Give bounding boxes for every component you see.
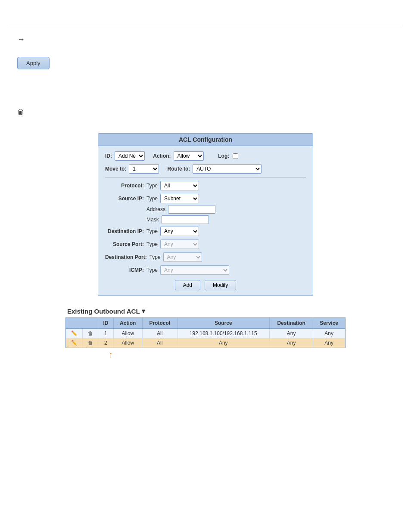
apply-button[interactable]: Apply <box>17 57 50 69</box>
acl-divider-1 <box>105 177 306 177</box>
outbound-title: Existing Outbound ACL ▾ <box>65 305 346 317</box>
protocol-type-select[interactable]: All TCP UDP ICMP <box>160 181 199 190</box>
col-header-action: Action <box>113 318 142 329</box>
source-ip-type-select[interactable]: Subnet Any Single <box>160 194 199 203</box>
row-id: 1 <box>98 329 114 339</box>
arrow-indicator: ↑ <box>65 348 346 360</box>
id-label: ID: <box>105 153 112 159</box>
outbound-table-wrapper: ID Action Protocol Source Destination Se… <box>65 317 346 348</box>
table-row: ✏️ 🗑 2 Allow All Any Any Any <box>66 338 345 348</box>
table-header-row: ID Action Protocol Source Destination Se… <box>66 318 345 329</box>
delete-icon-cell: 🗑 <box>83 338 98 348</box>
action-select[interactable]: Allow Deny <box>174 151 204 161</box>
col-header-destination: Destination <box>269 318 313 329</box>
dest-port-type-select[interactable]: Any <box>163 252 202 262</box>
source-port-type-label: Type <box>146 241 158 247</box>
source-ip-address-label: Address <box>146 206 165 212</box>
row-destination: Any <box>269 338 313 348</box>
modify-button[interactable]: Modify <box>205 280 236 290</box>
icmp-type-select[interactable]: Any <box>160 265 229 275</box>
col-header-protocol: Protocol <box>142 318 177 329</box>
dest-ip-type-label: Type <box>146 228 158 234</box>
outbound-section: Existing Outbound ACL ▾ ID Action Protoc… <box>65 305 346 360</box>
delete-icon[interactable]: 🗑 <box>88 330 93 336</box>
source-port-type-select[interactable]: Any <box>160 240 199 249</box>
arrow-section <box>0 26 411 53</box>
dest-port-row: Destination Port: Type Any <box>105 252 306 262</box>
acl-config-panel: ACL Configuration ID: Add New Action: Al… <box>98 133 313 296</box>
source-ip-address-input[interactable]: 192.168.1.100 <box>168 205 215 214</box>
protocol-label: Protocol: <box>105 183 144 189</box>
arrow-icon <box>17 35 25 44</box>
apply-section: Apply <box>0 53 411 82</box>
delete-icon-cell: 🗑 <box>83 329 98 339</box>
source-ip-mask-label: Mask <box>146 217 159 223</box>
dest-port-label: Destination Port: <box>105 254 147 260</box>
log-checkbox[interactable] <box>233 153 238 159</box>
dest-ip-label: Destination IP: <box>105 228 144 234</box>
source-ip-mask-input[interactable]: 192.168.1.115 <box>162 215 209 224</box>
dest-ip-type-select[interactable]: Any Subnet Single <box>160 227 199 236</box>
acl-config-body: ID: Add New Action: Allow Deny Log: Move… <box>98 146 313 296</box>
acl-id-row: ID: Add New Action: Allow Deny Log: <box>105 151 306 161</box>
row-source: 192.168.1.100/192.168.1.115 <box>177 329 269 339</box>
edit-icon-cell: ✏️ <box>66 329 83 339</box>
protocol-type-label: Type <box>146 183 158 189</box>
route-to-select[interactable]: AUTO <box>193 164 262 174</box>
source-ip-address-row: Address 192.168.1.100 <box>105 205 306 214</box>
add-button[interactable]: Add <box>175 280 200 290</box>
icmp-type-label: Type <box>146 267 158 273</box>
trash-icon: 🗑 <box>17 108 24 115</box>
log-label: Log: <box>218 153 229 159</box>
row-destination: Any <box>269 329 313 339</box>
move-to-label: Move to: <box>105 166 126 172</box>
action-label: Action: <box>153 153 171 159</box>
trash-section: 🗑 <box>0 82 411 124</box>
source-ip-label: Source IP: <box>105 196 144 202</box>
col-header-source: Source <box>177 318 269 329</box>
source-port-row: Source Port: Type Any <box>105 240 306 249</box>
dest-ip-row: Destination IP: Type Any Subnet Single <box>105 227 306 236</box>
row-action: Allow <box>113 329 142 339</box>
row-id: 2 <box>98 338 114 348</box>
acl-config-title: ACL Configuration <box>98 134 313 146</box>
source-ip-mask-row: Mask 192.168.1.115 <box>105 215 306 224</box>
id-select[interactable]: Add New <box>115 151 145 161</box>
acl-buttons: Add Modify <box>105 280 306 290</box>
table-row: ✏️ 🗑 1 Allow All 192.168.1.100/192.168.1… <box>66 329 345 339</box>
outbound-chevron-icon[interactable]: ▾ <box>142 307 145 315</box>
source-ip-block: Source IP: Type Subnet Any Single Addres… <box>105 194 306 224</box>
edit-icon-cell: ✏️ <box>66 338 83 348</box>
col-header-actions <box>66 318 98 329</box>
acl-moveto-row: Move to: 1 2 Route to: AUTO <box>105 164 306 174</box>
edit-icon[interactable]: ✏️ <box>71 340 78 346</box>
protocol-row: Protocol: Type All TCP UDP ICMP <box>105 181 306 190</box>
row-protocol: All <box>142 338 177 348</box>
edit-icon[interactable]: ✏️ <box>71 330 78 336</box>
source-port-label: Source Port: <box>105 241 144 247</box>
outbound-table: ID Action Protocol Source Destination Se… <box>66 318 345 348</box>
icmp-row: ICMP: Type Any <box>105 265 306 275</box>
source-ip-type-label: Type <box>146 196 158 202</box>
row-source: Any <box>177 338 269 348</box>
col-header-id: ID <box>98 318 114 329</box>
delete-icon[interactable]: 🗑 <box>88 340 93 346</box>
route-to-label: Route to: <box>168 166 190 172</box>
col-header-service: Service <box>313 318 345 329</box>
icmp-label: ICMP: <box>105 267 144 273</box>
dest-port-type-label: Type <box>149 254 161 260</box>
row-service: Any <box>313 338 345 348</box>
row-protocol: All <box>142 329 177 339</box>
move-to-select[interactable]: 1 2 <box>129 164 159 174</box>
row-action: Allow <box>113 338 142 348</box>
outbound-title-text: Existing Outbound ACL <box>67 308 140 315</box>
source-ip-type-row: Source IP: Type Subnet Any Single <box>105 194 306 203</box>
row-service: Any <box>313 329 345 339</box>
